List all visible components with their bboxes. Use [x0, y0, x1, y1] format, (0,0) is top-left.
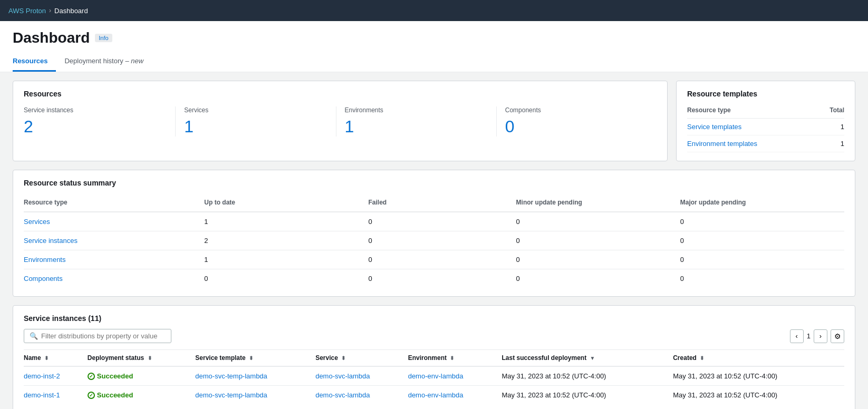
status-failed: 0	[369, 212, 516, 231]
service-templates-link[interactable]: Service templates	[687, 123, 741, 131]
service-template-link[interactable]: demo-svc-temp-lambda	[195, 372, 267, 380]
instances-header: Service instances (11)	[24, 314, 844, 323]
settings-button[interactable]: ⚙	[831, 329, 844, 343]
template-table: Resource type Total Service templates 1 …	[687, 106, 844, 152]
template-row-service: Service templates 1	[687, 119, 844, 135]
instance-created: May 31, 2023 at 10:52 (UTC-4:00)	[673, 386, 844, 405]
status-failed: 0	[369, 231, 516, 250]
deployment-status-sort-icon[interactable]: ⬍	[148, 355, 152, 361]
environment-templates-link[interactable]: Environment templates	[687, 140, 757, 148]
template-row-environment: Environment templates 1	[687, 135, 844, 152]
status-resource-link[interactable]: Environments	[24, 256, 65, 264]
col-last-deployment: Last successful deployment ▼	[501, 350, 673, 367]
service-sort-icon[interactable]: ⬍	[341, 355, 345, 361]
status-col-uptodate: Up to date	[204, 196, 368, 212]
service-template-sort-icon[interactable]: ⬍	[249, 355, 253, 361]
status-resource-link[interactable]: Services	[24, 218, 50, 226]
col-created: Created ⬍	[673, 350, 844, 367]
status-uptodate: 1	[204, 250, 368, 269]
environment-sort-icon[interactable]: ⬍	[450, 355, 454, 361]
status-table-row: Environments 1 0 0 0	[24, 250, 844, 269]
instance-service-template: demo-svc-temp-lambda	[195, 366, 315, 386]
environment-link[interactable]: demo-env-lambda	[408, 391, 464, 399]
counter-services: Services 1	[184, 106, 336, 137]
instance-name: demo-inst-1	[24, 386, 88, 405]
succeeded-icon: ✓	[88, 392, 95, 399]
breadcrumb: AWS Proton › Dashboard	[8, 7, 88, 15]
service-link[interactable]: demo-svc-lambda	[315, 372, 370, 380]
counter-services-value[interactable]: 1	[184, 117, 327, 137]
status-col-failed: Failed	[369, 196, 516, 212]
instance-deployment-status: ✓ Succeeded	[88, 366, 195, 386]
top-nav: AWS Proton › Dashboard	[0, 0, 868, 21]
info-badge[interactable]: Info	[95, 34, 112, 42]
search-input[interactable]	[41, 332, 166, 340]
instances-table: Name ⬍ Deployment status ⬍ Service templ…	[24, 349, 844, 404]
col-environment: Environment ⬍	[408, 350, 502, 367]
status-table-row: Components 0 0 0 0	[24, 269, 844, 288]
instance-environment: demo-env-lambda	[408, 386, 502, 405]
instance-name-link[interactable]: demo-inst-1	[24, 391, 60, 399]
instances-title: Service instances (11)	[24, 314, 101, 323]
counter-service-instances: Service instances 2	[24, 106, 176, 137]
status-major: 0	[680, 231, 844, 250]
environment-link[interactable]: demo-env-lambda	[408, 372, 464, 380]
instance-service-template: demo-svc-temp-lambda	[195, 386, 315, 405]
service-instances-card: Service instances (11) 🔍 ‹ 1 › ⚙ Name	[13, 305, 855, 409]
instance-last-deployment: May 31, 2023 at 10:52 (UTC-4:00)	[501, 386, 673, 405]
name-sort-icon[interactable]: ⬍	[44, 355, 49, 361]
status-resource-link[interactable]: Service instances	[24, 237, 78, 245]
prev-page-button[interactable]: ‹	[790, 329, 804, 343]
status-col-resource-type: Resource type	[24, 196, 204, 212]
status-minor: 0	[516, 231, 680, 250]
status-summary-card: Resource status summary Resource type Up…	[13, 170, 855, 297]
resource-templates-card: Resource templates Resource type Total S…	[676, 81, 855, 161]
breadcrumb-proton-link[interactable]: AWS Proton	[8, 7, 46, 15]
status-resource-type: Components	[24, 269, 204, 288]
counter-environments-label: Environments	[345, 106, 488, 114]
counter-environments-value[interactable]: 1	[345, 117, 488, 137]
instance-created: May 31, 2023 at 10:52 (UTC-4:00)	[673, 366, 844, 386]
status-minor: 0	[516, 269, 680, 288]
page-title-row: Dashboard Info	[13, 30, 855, 46]
last-deployment-sort-icon[interactable]: ▼	[590, 355, 595, 361]
status-failed: 0	[369, 250, 516, 269]
instance-name-link[interactable]: demo-inst-2	[24, 372, 60, 380]
tabs: Resources Deployment history – new	[13, 53, 855, 72]
tab-deployment-history[interactable]: Deployment history – new	[64, 53, 152, 72]
created-sort-icon[interactable]: ⬍	[700, 355, 704, 361]
status-table-row: Service instances 2 0 0 0	[24, 231, 844, 250]
status-uptodate: 0	[204, 269, 368, 288]
status-major: 0	[680, 212, 844, 231]
tab-resources[interactable]: Resources	[13, 53, 56, 72]
status-resource-type: Services	[24, 212, 204, 231]
status-major: 0	[680, 250, 844, 269]
counter-service-instances-value[interactable]: 2	[24, 117, 167, 137]
status-summary-title: Resource status summary	[24, 179, 844, 187]
search-box[interactable]: 🔍	[24, 329, 171, 343]
resources-card-title: Resources	[24, 90, 657, 98]
counter-services-label: Services	[184, 106, 327, 114]
counter-components-value[interactable]: 0	[505, 117, 648, 137]
status-uptodate: 2	[204, 231, 368, 250]
instance-last-deployment: May 31, 2023 at 10:52 (UTC-4:00)	[501, 366, 673, 386]
service-template-link[interactable]: demo-svc-temp-lambda	[195, 391, 267, 399]
environment-templates-total: 1	[817, 135, 844, 152]
status-table: Resource type Up to date Failed Minor up…	[24, 196, 844, 288]
counter-components-label: Components	[505, 106, 648, 114]
counter-service-instances-label: Service instances	[24, 106, 167, 114]
resource-templates-card-title: Resource templates	[687, 90, 844, 98]
instances-table-row: demo-inst-1 ✓ Succeeded demo-svc-temp-la…	[24, 386, 844, 405]
col-service: Service ⬍	[315, 350, 408, 367]
next-page-button[interactable]: ›	[814, 329, 827, 343]
status-minor: 0	[516, 250, 680, 269]
cards-row: Resources Service instances 2 Services 1…	[13, 81, 855, 161]
status-minor: 0	[516, 212, 680, 231]
status-resource-type: Service instances	[24, 231, 204, 250]
breadcrumb-current: Dashboard	[54, 7, 88, 15]
counter-environments: Environments 1	[345, 106, 497, 137]
status-resource-link[interactable]: Components	[24, 275, 63, 283]
template-col-type: Resource type	[687, 106, 817, 119]
service-link[interactable]: demo-svc-lambda	[315, 391, 370, 399]
instance-name: demo-inst-2	[24, 366, 88, 386]
